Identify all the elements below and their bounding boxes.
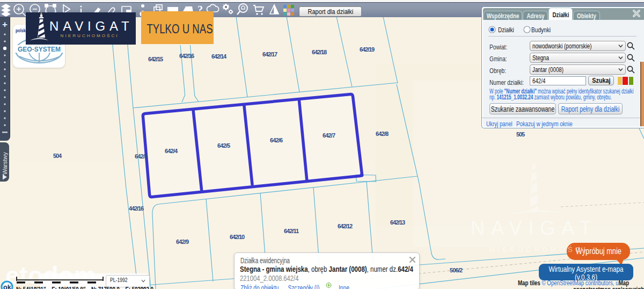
svg-text:642/3: 642/3 — [135, 153, 148, 160]
svg-text:642/18: 642/18 — [312, 49, 327, 55]
svg-text:642/10: 642/10 — [230, 234, 245, 240]
svg-text:642/7: 642/7 — [323, 132, 335, 139]
svg-text:642/5: 642/5 — [217, 142, 230, 149]
svg-text:642/19: 642/19 — [360, 46, 375, 53]
svg-text:642/8: 642/8 — [376, 131, 389, 137]
svg-text:642/13: 642/13 — [390, 219, 405, 226]
svg-text:642/16: 642/16 — [179, 53, 194, 59]
svg-text:442/16: 442/16 — [129, 205, 144, 212]
svg-text:642/14: 642/14 — [211, 53, 227, 60]
svg-text:ok: ok — [3, 284, 11, 289]
svg-text:NIERUCHOMOŚCI: NIERUCHOMOŚCI — [61, 33, 119, 38]
svg-text:642/17: 642/17 — [262, 51, 277, 57]
svg-text:642/12: 642/12 — [338, 223, 353, 229]
svg-text:642/6: 642/6 — [270, 137, 283, 143]
svg-text:642/11: 642/11 — [284, 228, 299, 234]
svg-text:504: 504 — [53, 153, 62, 159]
svg-text:642/9: 642/9 — [176, 239, 189, 245]
svg-text:505: 505 — [516, 131, 525, 138]
svg-text:642/15: 642/15 — [148, 56, 163, 62]
svg-text:GEO-SYSTEM: GEO-SYSTEM — [18, 45, 61, 53]
svg-text:642/4: 642/4 — [165, 148, 178, 154]
svg-text:NAVIGAT: NAVIGAT — [49, 19, 133, 33]
